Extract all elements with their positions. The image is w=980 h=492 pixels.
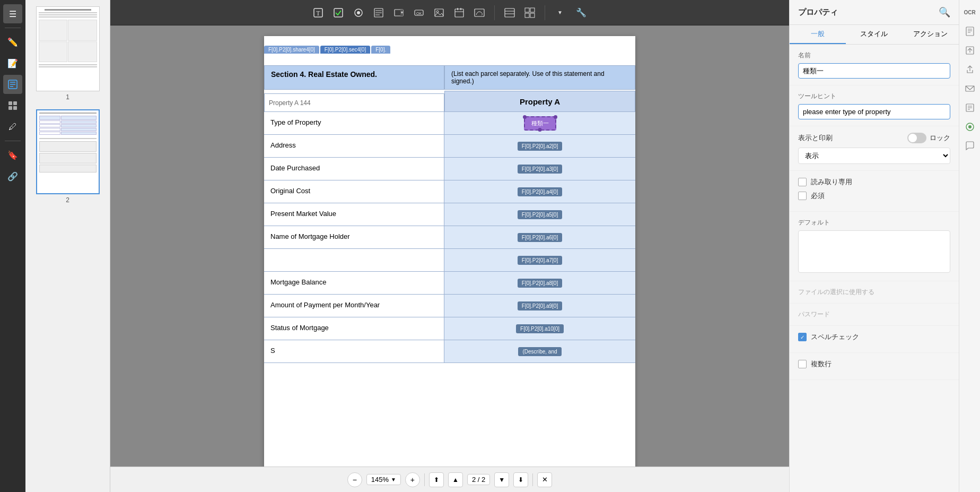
svg-point-12	[357, 11, 360, 14]
right-icon-mail[interactable]	[962, 81, 978, 97]
resize-handle-b[interactable]	[538, 128, 542, 132]
zoom-out-button[interactable]: −	[347, 472, 362, 487]
bookmark-icon[interactable]: 🔖	[3, 145, 22, 165]
field-btn-extra[interactable]: F[0].P2[0].a7[0]	[518, 256, 562, 265]
cell-present-market-value[interactable]: F[0].P2[0].a5[0]	[444, 203, 635, 226]
thumbnail-page-1[interactable]: 1	[36, 6, 100, 101]
row-address: Address F[0].P2[0].a2[0]	[264, 135, 635, 158]
cell-describe[interactable]: (Describe, and	[444, 340, 635, 362]
button-tool-button[interactable]: OK	[409, 3, 428, 22]
canvas-area[interactable]: F[0].P2[0].share4[0] F[0].P2[0].sec4[0] …	[110, 25, 789, 467]
nav-first-button[interactable]: ⬆	[429, 472, 444, 487]
readonly-label: 読み取り専用	[811, 177, 852, 187]
name-input[interactable]	[798, 63, 950, 79]
field-btn-payment[interactable]: F[0].P2[0].a9[0]	[518, 301, 562, 310]
field-btn-status[interactable]: F[0].P2[0].a10[0]	[516, 324, 564, 333]
menu-icon[interactable]: ☰	[3, 4, 22, 23]
resize-handle-tr[interactable]	[554, 115, 557, 119]
svg-text:OK: OK	[416, 12, 422, 15]
stamp-icon[interactable]: 🖊	[3, 117, 22, 136]
listbox-tool-button[interactable]	[369, 3, 388, 22]
grid2-tool-button[interactable]	[520, 3, 539, 22]
text-tool-button[interactable]: T	[309, 3, 328, 22]
signature-tool-button[interactable]	[470, 3, 489, 22]
image-tool-button[interactable]	[430, 3, 449, 22]
selected-field-type[interactable]: 種類一	[524, 116, 556, 131]
text-edit-icon[interactable]: ✏️	[3, 32, 22, 51]
cell-date-purchased[interactable]: F[0].P2[0].a3[0]	[444, 158, 635, 180]
field-btn-address[interactable]: F[0].P2[0].a2[0]	[518, 142, 562, 151]
section-note: (List each parcel separately. Use of thi…	[444, 65, 635, 90]
label-amount-of-payment: Amount of Payment per Month/Year	[264, 295, 444, 317]
field-tab-sec4[interactable]: F[0].P2[0].sec4[0]	[320, 46, 370, 54]
svg-rect-6	[8, 106, 12, 110]
page-indicator: 2 / 2	[467, 474, 490, 485]
multiline-checkbox[interactable]	[798, 360, 807, 368]
section-name: 名前	[790, 45, 959, 85]
resize-handle-tl[interactable]	[523, 115, 527, 119]
annotation-icon[interactable]: 📝	[3, 54, 22, 73]
nav-prev-button[interactable]: ▲	[448, 472, 463, 487]
cell-mortgage-balance[interactable]: F[0].P2[0].a8[0]	[444, 272, 635, 294]
right-icon-ocr[interactable]: OCR	[962, 4, 978, 20]
right-icon-sync[interactable]	[962, 119, 978, 135]
right-icon-share[interactable]	[962, 62, 978, 77]
tab-action[interactable]: アクション	[903, 25, 959, 44]
close-button[interactable]: ✕	[537, 472, 552, 487]
thumbnail-page-2[interactable]: 2	[36, 109, 100, 204]
panel-tabs: 一般 スタイル アクション	[790, 25, 959, 45]
zoom-value-display[interactable]: 145% ▼	[366, 474, 401, 485]
property-144-label: Property A 144	[264, 93, 444, 112]
cell-type-of-property[interactable]: 種類一	[444, 112, 635, 134]
label-address: Address	[264, 135, 444, 157]
cell-status-of-mortgage[interactable]: F[0].P2[0].a10[0]	[444, 317, 635, 340]
field-btn-balance[interactable]: F[0].P2[0].a8[0]	[518, 279, 562, 288]
layers-icon[interactable]	[3, 96, 22, 115]
dropdown-tool-button[interactable]	[389, 3, 408, 22]
cell-original-cost[interactable]: F[0].P2[0].a4[0]	[444, 180, 635, 203]
settings-tool-button[interactable]: 🔧	[572, 3, 591, 22]
tooltip-input[interactable]	[798, 104, 950, 119]
zoom-in-button[interactable]: +	[405, 472, 420, 487]
left-sidebar: ☰ ✏️ 📝 🖊 🔖 🔗	[0, 0, 25, 492]
svg-rect-5	[13, 101, 17, 105]
search-icon[interactable]: 🔍	[939, 6, 950, 18]
right-icon-strip: OCR	[959, 0, 980, 492]
right-icon-page[interactable]	[962, 42, 978, 58]
nav-next-button[interactable]: ▼	[494, 472, 509, 487]
default-textarea[interactable]	[798, 230, 950, 273]
cell-amount-of-payment[interactable]: F[0].P2[0].a9[0]	[444, 295, 635, 317]
field-tab-f0[interactable]: F[0].	[371, 46, 390, 54]
svg-rect-27	[475, 9, 484, 16]
cell-name-of-mortgage-holder[interactable]: F[0].P2[0].a6[0]	[444, 226, 635, 248]
field-btn-describe[interactable]: (Describe, and	[518, 347, 561, 356]
cell-address[interactable]: F[0].P2[0].a2[0]	[444, 135, 635, 157]
dropdown-arrow-button[interactable]: ▼	[550, 3, 570, 22]
field-btn-date[interactable]: F[0].P2[0].a3[0]	[518, 165, 562, 174]
form2-tool-button[interactable]	[500, 3, 519, 22]
toggle-row-display: 表示と印刷 ロック	[798, 133, 950, 143]
field-btn-mortgage-name[interactable]: F[0].P2[0].a6[0]	[518, 233, 562, 242]
required-checkbox[interactable]	[798, 192, 807, 200]
checkbox-tool-button[interactable]	[329, 3, 348, 22]
section-file-select: ファイルの選択に使用する	[790, 281, 959, 304]
radio-tool-button[interactable]	[349, 3, 368, 22]
display-select[interactable]: 表示 非表示 印刷しない	[798, 148, 950, 164]
spellcheck-checkbox[interactable]: ✓	[798, 333, 807, 341]
right-icon-file[interactable]	[962, 23, 978, 39]
field-btn-market[interactable]: F[0].P2[0].a5[0]	[518, 210, 562, 219]
readonly-checkbox[interactable]	[798, 178, 807, 186]
form-list-icon[interactable]	[3, 75, 22, 94]
field-tab-share4[interactable]: F[0].P2[0].share4[0]	[264, 46, 319, 54]
lock-toggle-group: ロック	[907, 133, 950, 143]
right-icon-edit2[interactable]	[962, 100, 978, 116]
link-icon[interactable]: 🔗	[3, 167, 22, 186]
tab-general[interactable]: 一般	[790, 25, 846, 44]
date-tool-button[interactable]	[450, 3, 469, 22]
tab-style[interactable]: スタイル	[846, 25, 902, 44]
right-icon-chat[interactable]	[962, 138, 978, 154]
lock-toggle[interactable]	[907, 133, 926, 143]
cell-extra[interactable]: F[0].P2[0].a7[0]	[444, 249, 635, 271]
field-btn-cost[interactable]: F[0].P2[0].a4[0]	[518, 187, 562, 196]
nav-last-button[interactable]: ⬇	[513, 472, 528, 487]
